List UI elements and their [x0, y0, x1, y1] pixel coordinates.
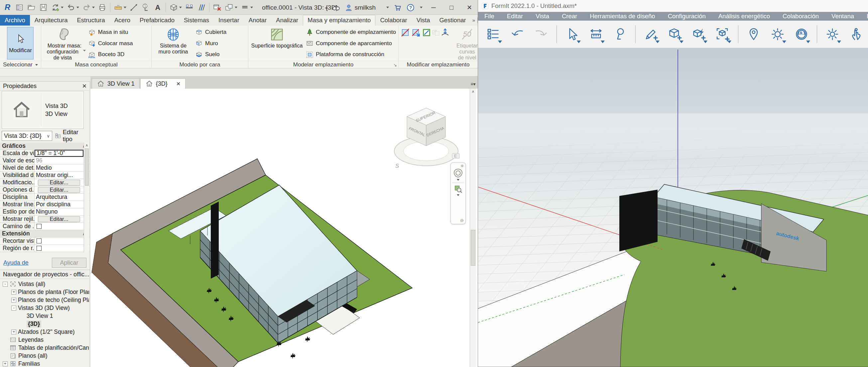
property-value[interactable]: Editar... — [35, 215, 84, 223]
tree-expander-icon[interactable]: - — [3, 281, 8, 287]
property-value[interactable] — [35, 245, 84, 252]
view-tab-3dview1[interactable]: 3D View 1 — [92, 78, 140, 89]
property-value[interactable] — [35, 223, 84, 230]
tree-expander-icon[interactable]: + — [11, 330, 16, 334]
suelo-button[interactable]: Suelo — [195, 49, 226, 60]
tree-item-planos-de-techo-ceiling-plan[interactable]: +Planos de techo (Ceiling Plan — [0, 296, 89, 304]
qat-customize-button[interactable] — [239, 1, 254, 13]
tab-overflow-chevrons[interactable]: » — [471, 15, 476, 26]
tree-item-vistas-all-[interactable]: -Vistas (all) — [0, 280, 89, 288]
properties-close-icon[interactable]: ✕ — [80, 83, 87, 90]
tab-anotar[interactable]: Anotar — [244, 15, 272, 26]
help-caret-icon[interactable] — [420, 7, 423, 8]
property-value[interactable]: Editar... — [35, 179, 84, 186]
tree-expander-icon[interactable]: - — [11, 306, 16, 310]
property-value[interactable]: Medio — [35, 164, 84, 171]
group-button[interactable] — [711, 23, 735, 46]
switch-windows-button[interactable] — [223, 1, 239, 13]
tree-item-alzados-1-2-square-[interactable]: +Alzados (1/2" Square) — [0, 328, 89, 336]
property-value[interactable]: 1/8" = 1'-0" — [35, 150, 84, 157]
navbar-minimize-icon[interactable]: ⊖ — [460, 218, 465, 224]
property-value[interactable]: Mostrar origi... — [35, 172, 84, 179]
menu-herramientas-de-dise-o[interactable]: Herramientas de diseño — [583, 12, 661, 20]
place-pin-button[interactable] — [608, 23, 632, 46]
tag-category-button[interactable]: 1 — [140, 1, 152, 13]
panel-label-modelo-por-cara[interactable]: Modelo por cara — [152, 61, 248, 68]
property-group-gráficos[interactable]: Gráficos∧∧ — [0, 142, 90, 150]
undo-arrow-button[interactable] — [65, 1, 81, 13]
sun-shadows-caret-icon[interactable] — [782, 40, 786, 43]
qat-customize-caret-icon[interactable] — [250, 7, 253, 8]
tree-item-vistas-3d-3d-view-[interactable]: -Vistas 3D (3D View) — [0, 304, 89, 312]
toposurface-button[interactable]: Superficie topográfica — [250, 27, 304, 60]
redo-arrow-caret-icon[interactable] — [92, 7, 95, 8]
tree-expander-icon[interactable]: + — [11, 298, 16, 303]
measure-caret-icon[interactable] — [601, 40, 605, 43]
touch-button[interactable] — [844, 23, 868, 46]
edit-button[interactable]: Editar... — [38, 180, 81, 186]
revit-logo-button[interactable]: R — [2, 1, 13, 13]
menu-editar[interactable]: Editar — [501, 12, 529, 20]
tree-expander-icon[interactable]: + — [3, 361, 8, 366]
collapse-title-chevron[interactable]: ◂ — [325, 5, 328, 11]
sun-shadows-button[interactable] — [766, 23, 789, 46]
masa-in-situ-button[interactable]: ✱Masa in situ — [88, 27, 133, 37]
tab-gestionar[interactable]: Gestionar — [434, 15, 470, 26]
dynamic-cube-button[interactable] — [687, 23, 711, 46]
navigation-bar[interactable]: ⊗ ⊖ — [451, 162, 466, 224]
primitives-button[interactable] — [663, 23, 687, 46]
edit-button[interactable]: Editar... — [38, 187, 81, 193]
redo-arrow-button[interactable] — [81, 1, 96, 13]
view-tab-overflow-icon[interactable]: ≡▾ — [469, 81, 477, 87]
property-value[interactable]: Arquitectura — [35, 194, 84, 201]
settings-button[interactable] — [820, 23, 844, 46]
checkbox[interactable] — [37, 246, 41, 251]
scrollbar-thumb[interactable] — [471, 230, 475, 266]
aligned-dimension-button[interactable] — [128, 1, 140, 13]
tree-item-3d-view-1[interactable]: 3D View 1 — [0, 312, 89, 320]
cubierta-button[interactable]: Cubierta — [195, 27, 226, 37]
dynamic-cube-caret-icon[interactable] — [704, 40, 707, 43]
properties-panel-button[interactable] — [13, 1, 25, 13]
select-button[interactable] — [560, 23, 584, 46]
group-caret-icon[interactable] — [727, 40, 732, 43]
section-view-button[interactable] — [184, 1, 195, 13]
subregion-button[interactable] — [411, 28, 421, 37]
measure-tape-caret-icon[interactable] — [124, 7, 126, 8]
panel-label-modelar-emplazamiento[interactable]: Modelar emplazamiento — [248, 61, 398, 68]
property-group-extensión[interactable]: Extensión∧∧ — [0, 230, 90, 237]
tab-sistemas[interactable]: Sistemas — [179, 15, 214, 26]
colocar-masa-button[interactable]: Colocar masa — [88, 38, 133, 48]
measure-tape-button[interactable]: ↔ — [112, 1, 128, 13]
formit-3d-viewport[interactable]: autodesk — [478, 48, 868, 367]
minimize-button[interactable]: ─ — [427, 0, 440, 15]
printer-button[interactable] — [96, 1, 108, 13]
tree-item-planos-all-[interactable]: Planos (all) — [0, 352, 89, 360]
properties-scrollbar[interactable]: ∧ — [84, 142, 89, 252]
search-icon[interactable] — [332, 3, 341, 12]
sync-arrows-caret-icon[interactable] — [61, 7, 63, 8]
muro-button[interactable]: Muro — [195, 38, 226, 48]
viewcube[interactable]: S E SUPERIOR FRONTAL DERECHA — [394, 108, 459, 169]
undo-button[interactable] — [505, 23, 529, 46]
property-value[interactable]: Por disciplina — [35, 201, 84, 208]
menu-ventana[interactable]: Ventana — [825, 12, 860, 20]
canvas-scrollbar[interactable]: ∧ — [470, 89, 476, 367]
viewcube-south[interactable]: S — [395, 163, 399, 169]
panel-label-seleccionar[interactable]: Seleccionar — [0, 61, 41, 68]
tree-item-familias[interactable]: +Familias — [0, 360, 89, 367]
panel-dialog-launcher-icon[interactable]: ↘ — [393, 62, 397, 67]
tab-colaborar[interactable]: Colaborar — [375, 15, 411, 26]
tab-archivo[interactable]: Archivo — [0, 15, 30, 26]
tab-estructura[interactable]: Estructura — [72, 15, 110, 26]
layers-list-caret-icon[interactable] — [498, 40, 502, 43]
zoom-region-icon[interactable] — [454, 184, 463, 194]
tree-item-planos-de-planta-floor-plan[interactable]: +Planos de planta (Floor Plan — [0, 288, 89, 296]
energy-dial-button[interactable]: 19.1 — [789, 23, 813, 46]
property-value[interactable]: Editar... — [35, 186, 84, 193]
energy-dial-caret-icon[interactable] — [806, 40, 810, 43]
thin-lines-button[interactable] — [195, 1, 207, 13]
tree-expander-icon[interactable]: + — [11, 290, 16, 295]
close-button[interactable]: ✕ — [462, 0, 476, 15]
tree-item-leyendas[interactable]: Leyendas — [0, 336, 89, 344]
